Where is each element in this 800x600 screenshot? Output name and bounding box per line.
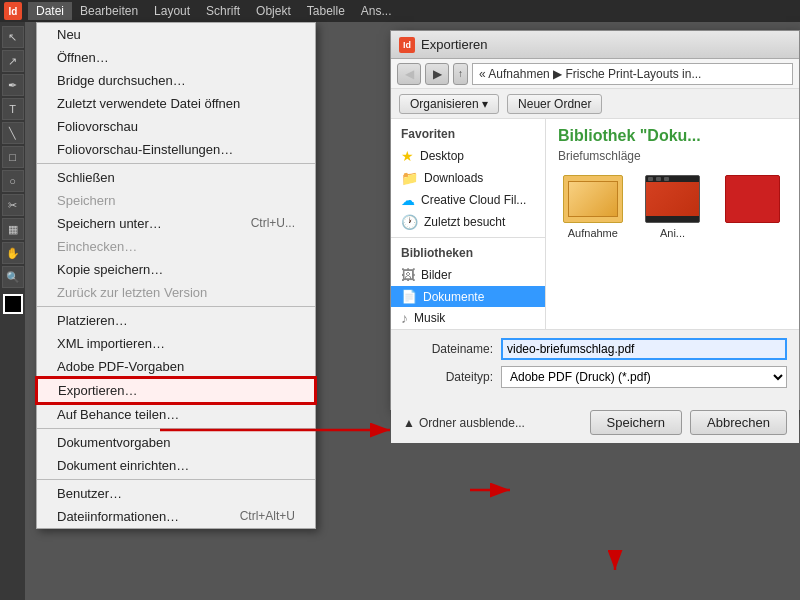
tool-scissors[interactable]: ✂ <box>2 194 24 216</box>
tool-pen[interactable]: ✒ <box>2 74 24 96</box>
export-dialog: Id Exportieren ◀ ▶ ↑ « Aufnahmen ▶ Frisc… <box>390 30 800 410</box>
main-content-area: Bibliothek "Doku... Briefumschläge Aufna… <box>546 119 799 329</box>
menu-item-folio[interactable]: Foliovorschau <box>37 115 315 138</box>
tool-select[interactable]: ↖ <box>2 26 24 48</box>
cancel-button[interactable]: Abbrechen <box>690 410 787 435</box>
menu-item-oeffnen[interactable]: Öffnen… <box>37 46 315 69</box>
sidebar-item-musik[interactable]: ♪ Musik <box>391 307 545 329</box>
menu-item-exportieren[interactable]: Exportieren… <box>37 378 315 403</box>
menu-schrift[interactable]: Schrift <box>198 2 248 20</box>
filetype-label: Dateityp: <box>403 370 493 384</box>
sidebar-item-downloads[interactable]: 📁 Downloads <box>391 167 545 189</box>
sidebar-item-bilder[interactable]: 🖼 Bilder <box>391 264 545 286</box>
dialog-footer: ▲ Ordner ausblende... Speichern Abbreche… <box>391 402 799 443</box>
content-item-animation[interactable]: Ani... <box>638 175 708 239</box>
content-item-red[interactable] <box>717 175 787 239</box>
filename-input[interactable] <box>501 338 787 360</box>
tool-zoom[interactable]: 🔍 <box>2 266 24 288</box>
library-title: Bibliothek "Doku... <box>546 119 799 149</box>
menu-item-recent[interactable]: Zuletzt verwendete Datei öffnen <box>37 92 315 115</box>
nav-up-button[interactable]: ↑ <box>453 63 468 85</box>
dialog-actions-bar: Organisieren ▾ Neuer Ordner <box>391 89 799 119</box>
tool-ellipse[interactable]: ○ <box>2 170 24 192</box>
cloud-icon: ☁ <box>401 192 415 208</box>
sidebar-item-recent[interactable]: 🕐 Zuletzt besucht <box>391 211 545 233</box>
sidebar: Favoriten ★ Desktop 📁 Downloads ☁ Creati… <box>391 119 546 329</box>
separator-3 <box>37 428 315 429</box>
separator-2 <box>37 306 315 307</box>
path-breadcrumb[interactable]: « Aufnahmen ▶ Frische Print-Layouts in..… <box>472 63 793 85</box>
filename-label: Dateiname: <box>403 342 493 356</box>
sidebar-item-desktop[interactable]: ★ Desktop <box>391 145 545 167</box>
item-label: Ani... <box>660 227 685 239</box>
sidebar-item-creative-cloud[interactable]: ☁ Creative Cloud Fil... <box>391 189 545 211</box>
sidebar-divider <box>391 237 545 238</box>
star-icon: ★ <box>401 148 414 164</box>
tool-gradient[interactable]: ▦ <box>2 218 24 240</box>
dialog-body: Favoriten ★ Desktop 📁 Downloads ☁ Creati… <box>391 119 799 329</box>
tool-rect[interactable]: □ <box>2 146 24 168</box>
organize-button[interactable]: Organisieren ▾ <box>399 94 499 114</box>
menu-objekt[interactable]: Objekt <box>248 2 299 20</box>
sidebar-item-label: Creative Cloud Fil... <box>421 193 526 207</box>
menu-item-neu[interactable]: Neu <box>37 23 315 46</box>
nav-forward-button[interactable]: ▶ <box>425 63 449 85</box>
menu-layout[interactable]: Layout <box>146 2 198 20</box>
sidebar-favorites-header: Favoriten <box>391 123 545 145</box>
folder-toggle[interactable]: ▲ Ordner ausblende... <box>403 416 525 430</box>
menu-bearbeiten[interactable]: Bearbeiten <box>72 2 146 20</box>
menu-item-dokument-einrichten[interactable]: Dokument einrichten… <box>37 454 315 477</box>
dialog-bottom: Dateiname: Dateityp: Adobe PDF (Druck) (… <box>391 329 799 402</box>
item-label: Aufnahme <box>568 227 618 239</box>
new-folder-button[interactable]: Neuer Ordner <box>507 94 602 114</box>
filename-row: Dateiname: <box>403 338 787 360</box>
sidebar-libraries-header: Bibliotheken <box>391 242 545 264</box>
tool-hand[interactable]: ✋ <box>2 242 24 264</box>
clock-icon: 🕐 <box>401 214 418 230</box>
folder-icon: 📁 <box>401 170 418 186</box>
separator-4 <box>37 479 315 480</box>
nav-back-button[interactable]: ◀ <box>397 63 421 85</box>
menu-item-speichern: Speichern <box>37 189 315 212</box>
menu-item-dateiinfos[interactable]: Dateiinformationen… Ctrl+Alt+U <box>37 505 315 528</box>
menubar: Id Datei Bearbeiten Layout Schrift Objek… <box>0 0 800 22</box>
sidebar-item-label: Downloads <box>424 171 483 185</box>
filetype-select[interactable]: Adobe PDF (Druck) (*.pdf) <box>501 366 787 388</box>
tool-line[interactable]: ╲ <box>2 122 24 144</box>
menu-item-dokumentvorgaben[interactable]: Dokumentvorgaben <box>37 431 315 454</box>
filetype-row: Dateityp: Adobe PDF (Druck) (*.pdf) <box>403 366 787 388</box>
dialog-titlebar: Id Exportieren <box>391 31 799 59</box>
sidebar-item-label: Desktop <box>420 149 464 163</box>
menu-item-kopie[interactable]: Kopie speichern… <box>37 258 315 281</box>
tool-direct[interactable]: ↗ <box>2 50 24 72</box>
menu-item-benutzer[interactable]: Benutzer… <box>37 482 315 505</box>
dialog-nav-toolbar: ◀ ▶ ↑ « Aufnahmen ▶ Frische Print-Layout… <box>391 59 799 89</box>
menu-item-revert: Zurück zur letzten Version <box>37 281 315 304</box>
menu-item-xml[interactable]: XML importieren… <box>37 332 315 355</box>
sidebar-item-label: Bilder <box>421 268 452 282</box>
content-grid: Aufnahme Ani... <box>546 169 799 245</box>
menu-item-platzieren[interactable]: Platzieren… <box>37 309 315 332</box>
menu-datei[interactable]: Datei <box>28 2 72 20</box>
menu-item-pdf-vorgaben[interactable]: Adobe PDF-Vorgaben <box>37 355 315 378</box>
tool-text[interactable]: T <box>2 98 24 120</box>
color-swatch[interactable] <box>3 294 23 314</box>
library-icon: 🖼 <box>401 267 415 283</box>
sidebar-item-dokumente[interactable]: 📄 Dokumente <box>391 286 545 307</box>
app-background: Id Datei Bearbeiten Layout Schrift Objek… <box>0 0 800 600</box>
menu-ans[interactable]: Ans... <box>353 2 400 20</box>
menu-item-schliessen[interactable]: Schließen <box>37 166 315 189</box>
save-button[interactable]: Speichern <box>590 410 683 435</box>
menu-item-speichern-unter[interactable]: Speichern unter… Ctrl+U... <box>37 212 315 235</box>
menu-item-bridge[interactable]: Bridge durchsuchen… <box>37 69 315 92</box>
content-item-aufnahme[interactable]: Aufnahme <box>558 175 628 239</box>
toggle-arrow: ▲ <box>403 416 415 430</box>
menu-tabelle[interactable]: Tabelle <box>299 2 353 20</box>
music-icon: ♪ <box>401 310 408 326</box>
toggle-label: Ordner ausblende... <box>419 416 525 430</box>
menu-item-folio-settings[interactable]: Foliovorschau-Einstellungen… <box>37 138 315 161</box>
dialog-app-icon: Id <box>399 37 415 53</box>
footer-buttons: Speichern Abbrechen <box>590 410 787 435</box>
menu-item-behance[interactable]: Auf Behance teilen… <box>37 403 315 426</box>
library-subtitle: Briefumschläge <box>546 149 799 169</box>
